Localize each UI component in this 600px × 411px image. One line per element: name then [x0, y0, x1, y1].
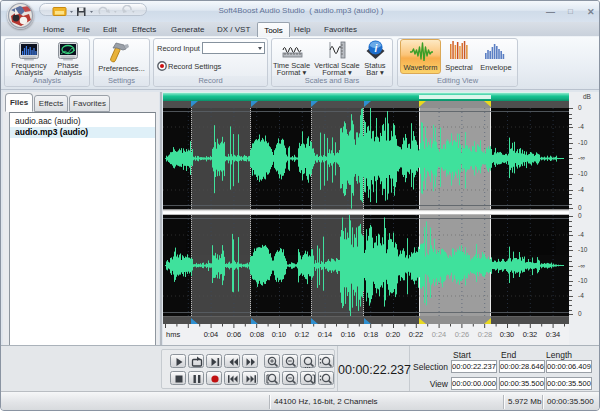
svg-text:i: i [375, 43, 378, 54]
